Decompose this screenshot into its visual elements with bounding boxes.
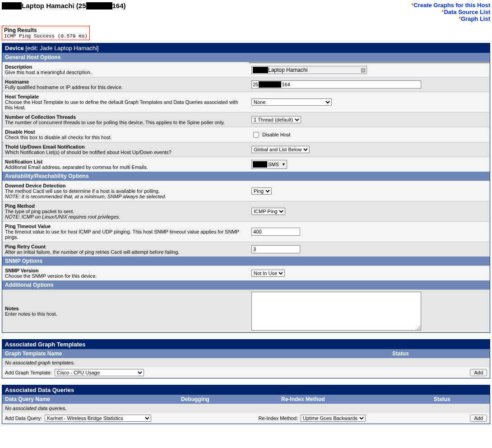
add-data-query-label: Add Data Query: <box>5 415 42 421</box>
ping-method-desc: The type of ping packet to sent. <box>5 209 246 214</box>
page-title: Laptop Hamachi (25 <box>22 2 86 9</box>
host-template-desc: Choose the Host Template to use to defin… <box>5 99 246 110</box>
notes-desc: Enter notes to this host. <box>5 311 246 317</box>
description-label: Description <box>5 64 246 70</box>
col-data-query-name: Data Query Name <box>5 396 181 402</box>
thold-label: Thold Up/Down Email Notification <box>5 144 246 149</box>
notif-select[interactable]: SMS ▼ <box>251 160 287 169</box>
device-panel: Device [edit: Jade Laptop Hamachi] Gener… <box>2 43 490 333</box>
graph-templates-heading: Associated Graph Templates <box>2 340 490 349</box>
section-availability: Availability/Reachability Options <box>2 172 490 181</box>
ping-timeout-desc: The timeout value to use for host ICMP a… <box>5 229 246 240</box>
add-graph-template-select[interactable]: Cisco - CPU Usage <box>55 369 144 376</box>
threads-label: Number of Collection Threads <box>5 114 246 120</box>
add-data-query-select[interactable]: Karlnet - Wireless Bridge Statistics <box>45 415 151 422</box>
ping-timeout-label: Ping Timeout Value <box>5 224 246 229</box>
description-input[interactable]: Laptop Hamachi ▤ <box>251 66 367 74</box>
link-create-graphs[interactable]: Create Graphs for this Host <box>413 2 490 9</box>
add-data-query-button[interactable]: Add <box>470 415 487 422</box>
notif-label: Notification List <box>5 159 246 164</box>
page-title-ip-tail: 164) <box>112 2 126 9</box>
downed-desc: The method Cacti will use to determine i… <box>5 188 246 194</box>
ping-method-label: Ping Method <box>5 203 246 209</box>
disable-checkbox[interactable] <box>253 132 259 138</box>
section-general: General Host Options <box>2 53 490 62</box>
redacted-block <box>2 2 22 9</box>
col-status: Status <box>434 396 487 402</box>
redacted-inline <box>253 161 267 168</box>
add-graph-template-label: Add Graph Template: <box>5 370 52 375</box>
device-panel-heading: Device [edit: Jade Laptop Hamachi] <box>2 43 490 53</box>
col-graph-template-name: Graph Template Name <box>5 350 392 357</box>
data-queries-panel: Associated Data Queries Data Query Name … <box>2 385 490 424</box>
chevron-down-icon: ▼ <box>280 162 286 167</box>
downed-note: NOTE: It is recommended that, at a minim… <box>5 194 246 199</box>
snmp-version-label: SNMP Version <box>5 268 246 273</box>
host-template-select[interactable]: None <box>251 98 332 106</box>
disable-checkbox-label: Disable Host <box>262 132 290 137</box>
ping-retry-label: Ping Retry Count <box>5 244 246 249</box>
ping-retry-desc: After an initial failure, the number of … <box>5 249 246 255</box>
ping-retry-input[interactable] <box>251 245 300 253</box>
redacted-inline <box>253 67 268 73</box>
disable-desc: Check this box to disable all checks for… <box>5 135 246 140</box>
notes-textarea[interactable] <box>251 292 421 331</box>
host-template-label: Host Template <box>5 94 246 99</box>
ping-method-note: NOTE: ICMP on Linux/UNIX requires root p… <box>5 214 246 219</box>
notes-label: Notes <box>5 306 246 311</box>
section-additional: Additional Options <box>2 280 490 289</box>
data-queries-empty: No associated data queries. <box>2 404 490 413</box>
ping-results-box: Ping Results ICMP Ping Success (0.579 ms… <box>2 26 90 40</box>
reindex-method-label: Re-Index Method: <box>258 415 297 421</box>
redacted-ip <box>86 2 112 9</box>
link-graph-list[interactable]: Graph List <box>461 15 490 22</box>
hostname-label: Hostname <box>5 79 246 84</box>
description-desc: Give this host a meaningful description. <box>5 70 246 75</box>
add-graph-template-button[interactable]: Add <box>470 369 487 376</box>
ping-method-select[interactable]: ICMP Ping <box>251 208 285 215</box>
link-data-source-list[interactable]: Data Source List <box>444 9 490 15</box>
snmp-version-desc: Choose the SNMP version for this device. <box>5 273 246 279</box>
hostname-input[interactable]: 25 164 <box>251 80 421 89</box>
ping-results-title: Ping Results <box>4 27 88 33</box>
hostname-desc: Fully qualified hostname or IP address f… <box>5 84 246 90</box>
data-queries-heading: Associated Data Queries <box>2 385 490 395</box>
threads-select[interactable]: 1 Thread (default) <box>251 116 301 123</box>
downed-select[interactable]: Ping <box>251 187 272 195</box>
book-icon[interactable]: ▤ <box>361 67 366 73</box>
ping-timeout-input[interactable] <box>251 228 300 236</box>
thold-desc: Which Notification List(s) of should be … <box>5 149 246 155</box>
notif-desc: Additional Email address, separated by c… <box>5 164 246 170</box>
col-debugging: Debugging <box>181 396 281 402</box>
redacted-inline <box>259 81 281 88</box>
col-reindex-method: Re-Index Method <box>281 396 434 402</box>
section-snmp: SNMP Options <box>2 257 490 266</box>
snmp-version-select[interactable]: Not In Use <box>251 270 285 277</box>
col-status: Status <box>392 350 487 357</box>
downed-label: Downed Device Detection <box>5 183 246 188</box>
disable-label: Disable Host <box>5 129 246 135</box>
threads-desc: The number of concurrent threads to use … <box>5 120 246 125</box>
graph-templates-panel: Associated Graph Templates Graph Templat… <box>2 339 490 378</box>
ping-results-status: ICMP Ping Success (0.579 ms) <box>4 33 88 39</box>
thold-select[interactable]: Global and List Below <box>251 146 310 153</box>
graph-templates-empty: No associated graph templates. <box>2 358 490 367</box>
reindex-method-select[interactable]: Uptime Goes Backwards <box>301 415 366 422</box>
